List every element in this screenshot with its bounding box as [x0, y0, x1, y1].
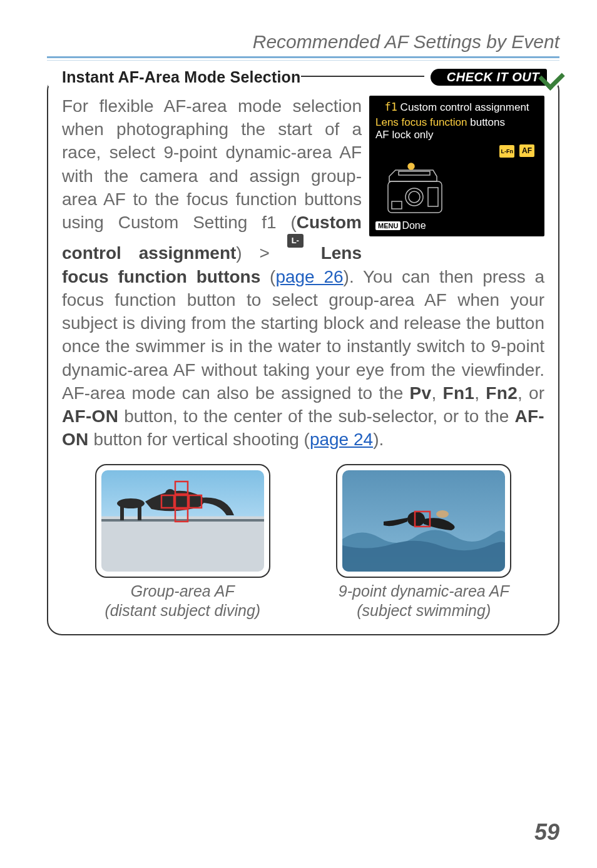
- screen-tag: f1: [384, 101, 397, 113]
- btn-fn2: Fn2: [486, 383, 518, 403]
- done-text: Done: [402, 220, 426, 231]
- figure-right-caption: 9-point dynamic-area AF (subject swimmin…: [336, 582, 511, 621]
- svg-point-4: [409, 191, 420, 203]
- callout-box: Instant AF-Area Mode Selection CHECK IT …: [47, 76, 559, 635]
- svg-rect-7: [101, 519, 264, 572]
- fig-left-line1: Group-area AF: [131, 582, 235, 600]
- figure-right-frame: [336, 464, 511, 578]
- screen-line2-rest: buttons: [470, 116, 505, 128]
- lfn-icon: L-Fn: [499, 145, 514, 158]
- screen-line-3: AF lock only: [375, 129, 538, 141]
- sep3: , or: [518, 383, 544, 403]
- body-p1a: For flexible AF-area mode selection when…: [62, 96, 362, 232]
- screen-line2-highlight: Lens focus function: [375, 116, 467, 128]
- screen-icons-row: L-Fn AF: [375, 141, 538, 160]
- screen-title: Custom control assignment: [401, 101, 529, 113]
- figure-right-image: [342, 470, 505, 572]
- fig-right-line1: 9-point dynamic-area AF: [339, 582, 509, 600]
- body-p1h: button for vertical shooting (: [89, 430, 310, 449]
- fig-right-line2: (subject swimming): [357, 602, 491, 619]
- svg-rect-2: [388, 181, 442, 213]
- af-icon: AF: [519, 144, 534, 157]
- figure-left-image: [101, 470, 264, 572]
- body-p1i: ).: [373, 430, 384, 449]
- link-page-26[interactable]: page 26: [275, 267, 343, 286]
- btn-afon: AF-ON: [62, 406, 118, 426]
- title-rule: [301, 77, 424, 78]
- svg-rect-0: [399, 171, 430, 175]
- svg-rect-5: [392, 201, 402, 209]
- fig-left-line2: (distant subject diving): [105, 602, 260, 619]
- running-header: Recommended AF Settings by Event: [47, 31, 559, 58]
- body-p1f: ). You can then press a focus function b…: [62, 267, 544, 403]
- screen-title-row: f1 Custom control assignment: [375, 101, 538, 114]
- figure-left: Group-area AF (distant subject diving): [95, 464, 270, 621]
- body-p1g: button, to the center of the sub-selecto…: [118, 406, 514, 426]
- btn-fn1: Fn1: [443, 383, 475, 403]
- link-page-24[interactable]: page 24: [310, 430, 373, 449]
- svg-point-3: [406, 188, 423, 206]
- svg-point-11: [117, 498, 145, 508]
- figure-row: Group-area AF (distant subject diving): [62, 464, 544, 621]
- header-title: Recommended AF Settings by Event: [253, 31, 559, 52]
- figure-left-caption: Group-area AF (distant subject diving): [95, 582, 270, 621]
- body-p1e: (: [260, 267, 275, 286]
- body-p1c: ) >: [236, 243, 287, 263]
- svg-rect-9: [120, 507, 124, 520]
- sep2: ,: [474, 383, 486, 403]
- camera-menu-screenshot: f1 Custom control assignment Lens focus …: [369, 96, 544, 236]
- svg-rect-6: [428, 188, 438, 206]
- menu-label-box: MENU: [375, 221, 401, 230]
- svg-point-18: [407, 512, 425, 527]
- svg-point-1: [408, 163, 414, 169]
- figure-left-frame: [95, 464, 270, 578]
- sep1: ,: [431, 383, 442, 403]
- figure-right: 9-point dynamic-area AF (subject swimmin…: [336, 464, 511, 621]
- btn-pv: Pv: [410, 383, 432, 403]
- svg-point-19: [436, 510, 449, 518]
- page-number: 59: [534, 819, 559, 845]
- lfn-inline-icon: L-Fn: [287, 234, 304, 248]
- camera-outline-diagram: [375, 160, 538, 220]
- screen-done-row: MENUDone: [375, 220, 538, 231]
- screen-line-2: Lens focus function buttons: [375, 116, 538, 129]
